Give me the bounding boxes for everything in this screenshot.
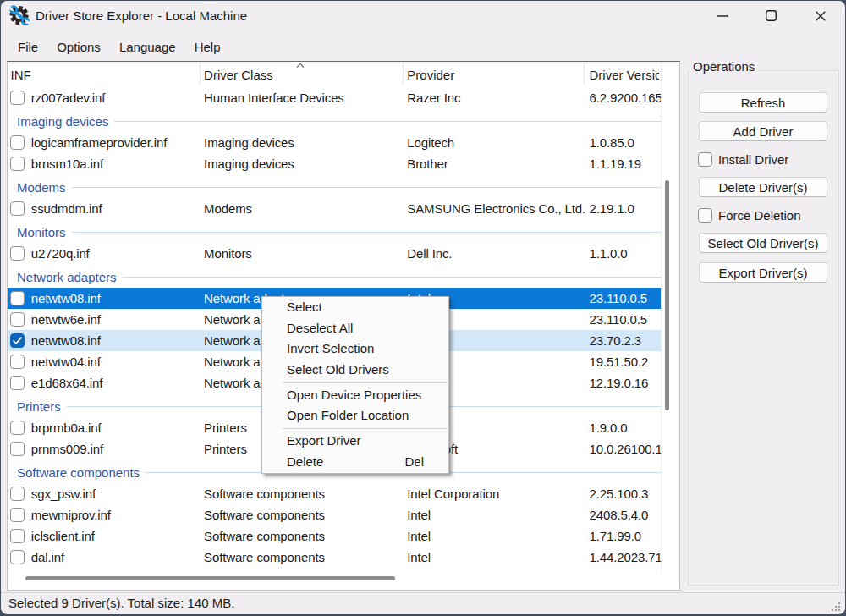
menu-help[interactable]: Help bbox=[185, 33, 230, 62]
row-checkbox[interactable] bbox=[10, 246, 25, 261]
install-driver-checkbox[interactable] bbox=[698, 152, 712, 167]
cell-driver-class: Software components bbox=[204, 525, 401, 547]
context-menu-item-open-folder-location[interactable]: Open Folder Location bbox=[262, 405, 448, 426]
cell-inf: brprmb0a.inf bbox=[31, 417, 198, 438]
context-menu-item-label: Export Driver bbox=[287, 433, 361, 448]
row-checkbox[interactable] bbox=[10, 421, 25, 435]
driver-row-brnsm10a-inf[interactable]: brnsm10a.infImaging devicesBrother1.1.19… bbox=[8, 153, 661, 174]
cell-inf: iclsclient.inf bbox=[31, 525, 198, 547]
row-checkbox[interactable] bbox=[10, 157, 25, 171]
force-deletion-label: Force Deletion bbox=[718, 208, 801, 223]
row-checkbox[interactable] bbox=[10, 376, 25, 390]
vertical-scrollbar-thumb[interactable] bbox=[665, 180, 669, 410]
cell-version: 2.19.1.0 bbox=[590, 198, 662, 219]
row-checkbox-checked[interactable] bbox=[10, 333, 25, 348]
row-checkbox[interactable] bbox=[10, 91, 25, 105]
group-underline bbox=[114, 121, 661, 122]
cell-version: 6.2.9200.165 bbox=[590, 87, 662, 108]
menu-file[interactable]: File bbox=[8, 33, 47, 62]
cell-inf: ssudmdm.inf bbox=[31, 198, 198, 219]
row-checkbox[interactable] bbox=[10, 312, 25, 327]
close-button[interactable] bbox=[801, 1, 840, 30]
context-menu-item-select-old-drivers[interactable]: Select Old Drivers bbox=[262, 360, 448, 381]
driver-row-u2720q-inf[interactable]: u2720q.infMonitorsDell Inc.1.1.0.0 bbox=[8, 243, 661, 264]
context-menu-item-invert-selection[interactable]: Invert Selection bbox=[262, 338, 448, 360]
cell-version: 1.1.19.19 bbox=[590, 153, 662, 174]
context-menu-item-label: Open Folder Location bbox=[287, 408, 409, 422]
driver-row-logicamframeprovider-inf[interactable]: logicamframeprovider.infImaging devicesL… bbox=[8, 132, 661, 153]
title-bar: Driver Store Explorer - Local Machine bbox=[1, 1, 845, 34]
add-driver-button[interactable]: Add Driver bbox=[699, 121, 827, 141]
column-header-provider[interactable]: Provider bbox=[407, 62, 582, 86]
cell-version: 23.110.0.5 bbox=[590, 309, 662, 330]
cell-provider: Logitech bbox=[407, 132, 587, 153]
row-checkbox[interactable] bbox=[10, 201, 25, 216]
cell-inf: netwtw6e.inf bbox=[31, 309, 198, 330]
cell-driver-class: Imaging devices bbox=[204, 153, 401, 174]
group-header-imaging-devices: Imaging devices bbox=[8, 108, 661, 132]
row-checkbox[interactable] bbox=[10, 135, 25, 150]
column-separator bbox=[403, 63, 404, 85]
maximize-button[interactable] bbox=[751, 1, 790, 30]
cell-inf: netwtw08.inf bbox=[31, 330, 198, 351]
resize-grip[interactable] bbox=[831, 602, 841, 612]
menu-bar: FileOptionsLanguageHelp bbox=[1, 34, 845, 61]
row-checkbox[interactable] bbox=[10, 487, 25, 501]
refresh-button[interactable]: Refresh bbox=[699, 92, 827, 113]
cell-inf: rz007adev.inf bbox=[31, 87, 198, 108]
context-menu-item-export-driver[interactable]: Export Driver bbox=[262, 431, 448, 452]
menu-options[interactable]: Options bbox=[47, 33, 110, 62]
driver-row-dal-inf[interactable]: dal.infSoftware componentsIntel1.44.2023… bbox=[8, 547, 661, 568]
row-checkbox[interactable] bbox=[10, 529, 25, 543]
force-deletion-checkbox[interactable] bbox=[698, 208, 712, 223]
context-menu-item-delete[interactable]: DeleteDel bbox=[262, 452, 448, 473]
cell-driver-class: Software components bbox=[204, 483, 401, 504]
context-menu-item-open-device-properties[interactable]: Open Device Properties bbox=[262, 385, 448, 406]
context-menu-item-label: Select Old Drivers bbox=[287, 362, 389, 377]
cell-driver-class: Software components bbox=[204, 547, 401, 568]
cell-driver-class: Software components bbox=[204, 504, 401, 525]
column-header-inf[interactable]: INF bbox=[11, 62, 198, 86]
group-label: Printers bbox=[17, 399, 61, 414]
context-menu-item-label: Select bbox=[287, 300, 322, 314]
cell-inf: e1d68x64.inf bbox=[31, 372, 198, 393]
cell-version: 12.19.0.16 bbox=[590, 372, 662, 393]
driver-row-iclsclient-inf[interactable]: iclsclient.infSoftware componentsIntel1.… bbox=[8, 525, 661, 547]
window-title: Driver Store Explorer - Local Machine bbox=[36, 1, 247, 34]
context-menu-shortcut: Del bbox=[404, 452, 424, 473]
context-menu-item-deselect-all[interactable]: Deselect All bbox=[262, 318, 448, 339]
delete-drivers-button[interactable]: Delete Driver(s) bbox=[699, 177, 827, 197]
cell-inf: netwtw04.inf bbox=[31, 351, 198, 372]
menu-language[interactable]: Language bbox=[110, 33, 185, 62]
cell-provider: Brother bbox=[407, 153, 587, 174]
column-separator bbox=[584, 63, 585, 85]
row-checkbox[interactable] bbox=[10, 550, 25, 564]
driver-row-sgx_psw-inf[interactable]: sgx_psw.infSoftware componentsIntel Corp… bbox=[8, 483, 661, 504]
cell-version: 1.9.0.0 bbox=[590, 417, 662, 438]
row-checkbox[interactable] bbox=[10, 355, 25, 369]
row-checkbox[interactable] bbox=[10, 291, 25, 305]
group-header-modems: Modems bbox=[8, 174, 661, 198]
cell-provider: SAMSUNG Electronics Co., Ltd. bbox=[407, 198, 587, 219]
group-underline bbox=[123, 277, 661, 278]
cell-version: 1.1.0.0 bbox=[590, 243, 662, 264]
minimize-button[interactable] bbox=[703, 1, 742, 30]
row-checkbox[interactable] bbox=[10, 442, 25, 456]
app-icon bbox=[9, 5, 30, 25]
group-label: Modems bbox=[17, 180, 66, 195]
row-checkbox[interactable] bbox=[10, 508, 25, 522]
context-menu-item-select[interactable]: Select bbox=[262, 297, 448, 318]
context-menu-item-label: Open Device Properties bbox=[287, 388, 421, 402]
column-header-driver-version[interactable]: Driver Version bbox=[590, 62, 660, 86]
horizontal-scrollbar-thumb[interactable] bbox=[25, 576, 395, 580]
driver-row-rz007adev-inf[interactable]: rz007adev.infHuman Interface DevicesRaze… bbox=[8, 87, 661, 108]
export-drivers-button[interactable]: Export Driver(s) bbox=[699, 262, 827, 283]
context-menu-item-label: Delete bbox=[287, 454, 323, 469]
select-old-drivers-button[interactable]: Select Old Driver(s) bbox=[699, 233, 827, 253]
driver-row-mewmiprov-inf[interactable]: mewmiprov.infSoftware componentsIntel240… bbox=[8, 504, 661, 525]
cell-version: 19.51.50.2 bbox=[590, 351, 662, 372]
driver-row-ssudmdm-inf[interactable]: ssudmdm.infModemsSAMSUNG Electronics Co.… bbox=[8, 198, 661, 219]
cell-version: 23.70.2.3 bbox=[590, 330, 662, 351]
install-driver-label: Install Driver bbox=[718, 152, 788, 167]
column-separator bbox=[200, 63, 201, 85]
